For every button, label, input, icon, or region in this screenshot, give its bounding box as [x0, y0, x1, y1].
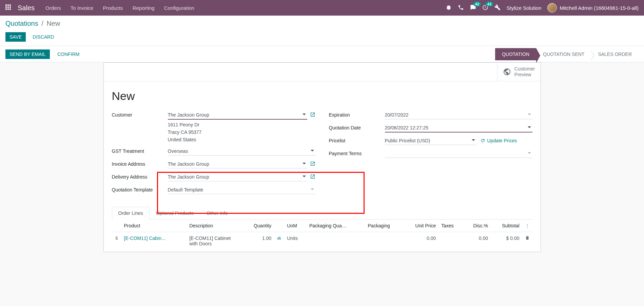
confirm-button[interactable]: CONFIRM [53, 49, 83, 59]
chevron-down-icon[interactable] [303, 114, 306, 115]
status-steps: QUOTATION QUOTATION SENT SALES ORDER [495, 48, 639, 60]
breadcrumb-current: New [46, 20, 60, 27]
chevron-down-icon[interactable] [528, 152, 531, 154]
gst-input[interactable] [168, 147, 315, 156]
chevron-down-icon[interactable] [311, 188, 314, 190]
col-taxes[interactable]: Taxes [438, 220, 463, 232]
apps-icon[interactable] [5, 4, 12, 11]
col-subtotal[interactable]: Subtotal [491, 220, 522, 232]
breadcrumb-sep: / [41, 20, 43, 27]
cell-unit-price[interactable]: 0.00 [403, 232, 438, 250]
topnav-menu: Orders To Invoice Products Reporting Con… [45, 5, 194, 11]
quotation-date-label: Quotation Date [329, 124, 385, 130]
invoice-address-input[interactable] [168, 160, 307, 168]
cell-taxes[interactable] [438, 232, 463, 250]
status-quotation-sent[interactable]: QUOTATION SENT [536, 48, 591, 60]
activities-icon[interactable]: 43 [482, 4, 488, 12]
chevron-down-icon[interactable] [528, 114, 531, 115]
update-prices-link[interactable]: Update Prices [481, 138, 517, 143]
messages-icon[interactable]: 42 [470, 4, 476, 12]
stat-line2: Preview [514, 72, 535, 78]
page-title: New [112, 89, 532, 103]
chevron-down-icon[interactable] [528, 126, 531, 128]
template-input[interactable] [168, 186, 315, 194]
cell-description[interactable]: [E-COM11] Cabinet with Doors [189, 236, 231, 246]
drag-handle-icon[interactable]: ⥮ [112, 232, 121, 250]
col-quantity[interactable]: Quantity [242, 220, 274, 232]
menu-products[interactable]: Products [103, 5, 123, 11]
forecast-icon[interactable] [274, 232, 284, 250]
kebab-icon[interactable]: ⋮ [525, 223, 530, 228]
expiration-input[interactable] [385, 111, 532, 119]
brand-title[interactable]: Sales [18, 4, 35, 12]
table-row[interactable]: ⥮ [E-COM11] Cabin… [E-COM11] Cabinet wit… [112, 232, 532, 250]
refresh-icon [481, 138, 485, 143]
external-link-icon[interactable] [310, 161, 315, 167]
cell-pkg-qty[interactable] [307, 232, 365, 250]
trash-icon[interactable] [522, 232, 532, 250]
breadcrumb: Quotations / New [5, 20, 639, 27]
template-label: Quotation Template [112, 186, 168, 192]
breadcrumb-root[interactable]: Quotations [5, 20, 38, 27]
delivery-address-label: Delivery Address [112, 173, 168, 180]
col-description[interactable]: Description [187, 220, 242, 232]
form-right-column: Expiration Quotation Date [329, 111, 532, 199]
phone-icon[interactable] [458, 4, 464, 12]
tab-order-lines[interactable]: Order Lines [112, 207, 150, 220]
payment-terms-input[interactable] [385, 149, 532, 158]
company-name[interactable]: Stylize Solution [507, 5, 542, 11]
menu-to-invoice[interactable]: To Invoice [71, 5, 94, 11]
tab-optional-products[interactable]: Optional Products [150, 207, 200, 219]
status-bar: SEND BY EMAIL CONFIRM QUOTATION QUOTATIO… [0, 46, 644, 62]
customer-preview-button[interactable]: Customer Preview [497, 63, 541, 81]
cell-subtotal: $ 0.00 [491, 232, 522, 250]
tab-other-info[interactable]: Other Info [200, 207, 234, 219]
button-box: Customer Preview [104, 63, 541, 81]
invoice-address-label: Invoice Address [112, 160, 168, 167]
external-link-icon[interactable] [310, 174, 315, 180]
user-name: Mitchell Admin (16604961-15-0-all) [560, 5, 639, 11]
customer-label: Customer [112, 111, 168, 118]
cell-uom[interactable]: Units [284, 232, 307, 250]
avatar [547, 3, 557, 13]
save-button[interactable]: SAVE [5, 32, 26, 42]
user-menu[interactable]: Mitchell Admin (16604961-15-0-all) [547, 3, 639, 13]
topnav-right: 42 43 Stylize Solution Mitchell Admin (1… [446, 3, 639, 13]
discard-button[interactable]: DISCARD [28, 32, 58, 42]
delivery-address-input[interactable] [168, 173, 307, 181]
col-packaging-qty[interactable]: Packaging Qua… [307, 220, 365, 232]
quotation-date-input[interactable] [385, 124, 532, 132]
col-uom[interactable]: UoM [284, 220, 307, 232]
status-quotation[interactable]: QUOTATION [495, 48, 536, 60]
col-unit-price[interactable]: Unit Price [403, 220, 438, 232]
globe-icon [503, 68, 511, 76]
cell-quantity[interactable]: 1.00 [242, 232, 274, 250]
form-tabs: Order Lines Optional Products Other Info [112, 207, 532, 220]
gst-label: GST Treatment [112, 147, 168, 154]
menu-reporting[interactable]: Reporting [133, 5, 155, 11]
send-by-email-button[interactable]: SEND BY EMAIL [5, 49, 50, 59]
chevron-down-icon[interactable] [303, 163, 306, 164]
col-product[interactable]: Product [121, 220, 187, 232]
external-link-icon[interactable] [310, 112, 315, 118]
messages-badge: 42 [473, 2, 481, 6]
chevron-down-icon[interactable] [472, 139, 475, 141]
activities-badge: 43 [486, 2, 493, 6]
col-discount[interactable]: Disc.% [463, 220, 491, 232]
col-packaging[interactable]: Packaging [365, 220, 403, 232]
payment-terms-label: Payment Terms [329, 149, 385, 156]
menu-configuration[interactable]: Configuration [164, 5, 194, 11]
customer-input[interactable] [168, 111, 307, 120]
menu-orders[interactable]: Orders [45, 5, 61, 11]
order-lines-table: Product Description Quantity UoM Packagi… [112, 220, 532, 250]
tools-icon[interactable] [494, 4, 501, 12]
chevron-down-icon[interactable] [311, 150, 314, 151]
cell-packaging[interactable] [365, 232, 403, 250]
cell-discount[interactable]: 0.00 [463, 232, 491, 250]
status-sales-order[interactable]: SALES ORDER [591, 48, 639, 60]
top-navbar: Sales Orders To Invoice Products Reporti… [0, 0, 644, 16]
bug-icon[interactable] [446, 4, 452, 12]
chevron-down-icon[interactable] [303, 176, 306, 177]
cell-product[interactable]: [E-COM11] Cabin… [124, 236, 166, 241]
pricelist-input[interactable] [385, 137, 476, 145]
